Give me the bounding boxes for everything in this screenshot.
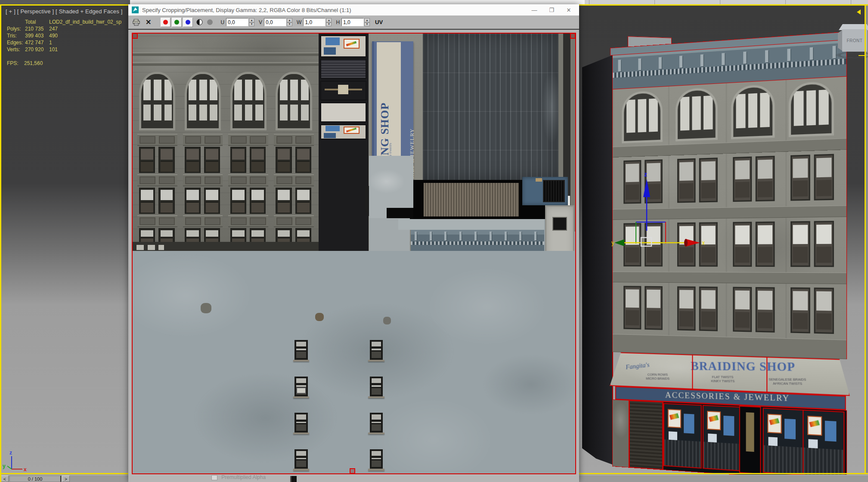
texture-window [158,188,174,214]
next-frame-button[interactable]: > [62,476,70,482]
texture-window [276,188,291,214]
fps-value: 251,560 [24,60,43,66]
prev-frame-button[interactable]: < [1,476,9,482]
move-gizmo[interactable]: y x z [603,168,723,263]
stats-row: Edges:472 7471 [7,39,121,46]
h-field: H 1,0 ▲▼ [336,18,370,26]
texture-spandrel [183,174,223,186]
viewport-label[interactable]: [ + ] [ Perspective ] [ Shaded + Edged F… [6,8,123,15]
save-print-icon[interactable] [133,19,140,26]
minimize-button[interactable]: — [526,4,543,15]
model-window [645,286,663,330]
texture-spandrel [274,174,314,186]
clear-icon[interactable]: ✕ [146,18,151,26]
texture-window-sill [368,433,384,435]
viewcube[interactable]: FRONT [842,29,867,52]
dialog-toolbar: ✕ U 0,0 ▲▼ V 0,0 ▲▼ W 1,0 ▲▼ [128,15,579,30]
model-window [733,222,752,267]
texture-small-window [294,449,307,469]
u-input[interactable]: 0,0 [226,18,248,26]
texture-window [230,188,246,214]
texture-ribbed-panel [424,183,518,216]
texture-spandrel [274,134,314,146]
w-input[interactable]: 1,0 [303,18,326,26]
v-spinner[interactable]: ▲▼ [287,18,292,26]
stats-total-header: Total [25,19,49,25]
storefront-door [740,407,760,473]
svg-text:x: x [24,467,27,473]
v-input[interactable]: 0,0 [264,18,286,26]
texture-spandrel [137,134,177,146]
texture-window-strip [319,34,369,251]
time-slider[interactable]: 0 / 100 [9,476,61,482]
green-channel-button[interactable] [172,18,182,27]
stats-row: Polys:210 735247 [7,25,121,32]
texture-arch-window [185,72,221,130]
close-button[interactable]: ✕ [560,4,577,15]
maximize-button[interactable]: ❐ [543,4,560,15]
texture-window [230,147,246,173]
world-axis-tripod: z x y [0,443,56,473]
fps-label: FPS: [7,60,19,66]
w-label: W [297,19,301,25]
crop-handle-bottomcenter[interactable] [350,468,355,474]
texture-shopwindow-cell [320,59,367,79]
texture-window [139,147,155,173]
w-spinner[interactable]: ▲▼ [326,18,332,26]
model-arch-window [676,87,718,142]
svg-text:x: x [702,239,705,246]
model-window [790,287,810,334]
model-window [733,287,752,332]
model-arch-window [731,84,775,139]
viewport-edge-marker-icon[interactable] [857,9,861,15]
texture-spandrel [228,134,268,146]
awning-script-text: Fangita's [625,361,650,371]
uv-toggle-button[interactable]: UV [375,19,383,25]
viewcube-left-face[interactable] [838,30,842,51]
blue-channel-button[interactable] [183,18,193,27]
texture-spandrel [137,174,177,186]
w-field: W 1,0 ▲▼ [297,18,332,26]
u-label: U [220,19,224,25]
model-window [814,287,834,334]
model-window [733,157,752,202]
dialog-titlebar[interactable]: Specify Cropping/Placement, Display Gamm… [128,4,579,15]
3dsmax-logo-icon [132,6,139,13]
texture-window-sill [293,469,310,471]
texture-spandrel [228,215,268,227]
stats-selection-header: LOD2_df_ind_build_hwr_02_sp [49,19,121,25]
texture-concrete-region [133,251,575,473]
texture-spandrel [228,174,268,186]
h-spinner[interactable]: ▲▼ [364,18,370,26]
crop-handle-topright[interactable] [570,33,576,39]
texture-small-window [294,377,307,396]
stats-row: Tris:399 403490 [7,32,121,39]
dialog-bottom-controls: Premultiplied Alpha [132,474,576,482]
h-input[interactable]: 1,0 [341,18,364,26]
svg-text:z: z [9,450,12,456]
h-label: H [336,19,340,25]
texture-window-sill [368,360,384,362]
v-field: V 0,0 ▲▼ [259,18,292,26]
model-arch-window [789,81,834,137]
premultiplied-checkbox[interactable] [211,475,217,480]
statistics-overlay: TotalLOD2_df_ind_build_hwr_02_spPolys:21… [7,19,121,67]
texture-window-sill [368,396,384,399]
texture-image[interactable]: BRAIDING SHOP Fangita's CORN ROWS · MICR… [132,33,576,474]
texture-spandrel [183,134,223,146]
red-channel-button[interactable] [161,18,170,27]
mono-channel-icon[interactable] [207,19,213,25]
texture-spandrel [137,215,177,227]
texture-small-window [294,413,307,433]
crop-handle-topleft[interactable] [132,33,138,39]
model-window [756,287,775,333]
alpha-channel-icon[interactable] [196,19,203,25]
top-toolbar-sliver-dark [0,0,130,4]
u-spinner[interactable]: ▲▼ [249,18,254,26]
viewport-border-right [865,4,866,474]
3dsmax-application: [ + ] [ Perspective ] [ Shaded + Edged F… [0,0,868,482]
texture-window [185,147,201,173]
trackbar-frame-marker[interactable] [290,476,297,482]
model-shop-window [764,409,803,475]
v-label: V [259,19,262,25]
